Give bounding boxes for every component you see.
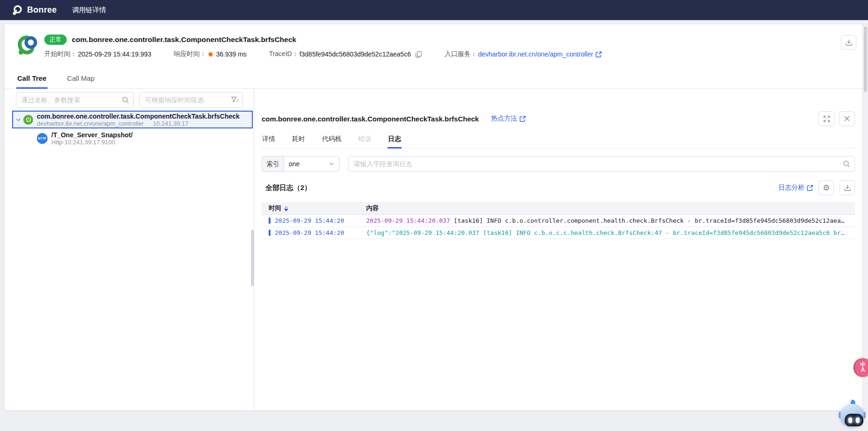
view-tabs: Call Tree Call Map	[5, 69, 862, 89]
tree-scrollbar-thumb[interactable]	[251, 230, 254, 286]
trace-id: TraceID： f3d85fe945dc56803d9de52c12aea5c…	[269, 50, 422, 58]
column-time: 时间	[269, 204, 281, 212]
call-tree-panel: com.bonree.one.controller.task.Component…	[5, 89, 254, 410]
bonree-logo[interactable]: Bonree	[12, 5, 57, 16]
log-row[interactable]: 2025-09-29 15:44:20 {"log":"2025-09-29 1…	[262, 227, 855, 239]
download-logs-button[interactable]	[840, 180, 855, 195]
index-select[interactable]: one	[284, 156, 340, 172]
download-icon	[844, 184, 851, 191]
node-title: com.bonree.one.controller.task.Component…	[37, 113, 240, 120]
copy-icon[interactable]	[415, 51, 422, 58]
log-analysis-link[interactable]: 日志分析	[778, 184, 813, 192]
translate-icon: 中 A	[860, 362, 866, 373]
hot-method-link[interactable]: 热点方法	[491, 114, 526, 123]
span-detail-panel: com.bonree.one.controller.task.Component…	[254, 89, 862, 410]
node-subtitle: Http-10.241.39.17:9100	[51, 139, 132, 146]
fullscreen-button[interactable]	[819, 111, 834, 126]
close-panel-button[interactable]	[839, 111, 855, 126]
entry-service-link[interactable]: devharbor.ibr.net.cn/one/apm_controller	[478, 50, 602, 58]
index-label: 索引	[262, 156, 284, 172]
row-marker	[269, 218, 271, 224]
tab-error: 错误	[358, 131, 372, 148]
tab-logs[interactable]: 日志	[388, 131, 402, 148]
detail-header: com.bonree.one.controller.task.Component…	[262, 111, 855, 126]
filter-icon	[231, 96, 238, 104]
response-time-filter-input[interactable]	[139, 92, 243, 108]
sort-control[interactable]	[284, 205, 288, 212]
tree-node-root[interactable]: com.bonree.one.controller.task.Component…	[12, 111, 253, 128]
tree-node-http[interactable]: HTTP /T_One_Server_Snapshot/ Http-10.241…	[37, 130, 254, 147]
logs-count: 全部日志（2）	[265, 184, 311, 192]
log-row[interactable]: 2025-09-29 15:44:20 2025-09-29 15:44:20.…	[262, 215, 855, 227]
chevron-down-icon	[329, 161, 334, 167]
caret-up-icon	[284, 205, 288, 208]
close-icon	[844, 115, 850, 122]
caret-down-icon	[284, 209, 288, 212]
http-icon: HTTP	[37, 133, 48, 144]
tab-call-map[interactable]: Call Map	[66, 69, 96, 89]
log-content: 2025-09-29 15:44:20.037 [task16] INFO c.…	[366, 217, 855, 224]
response-time: 响应时间： 36.939 ms	[174, 50, 246, 58]
trace-title: com.bonree.one.controller.task.Component…	[72, 35, 296, 44]
column-content: 内容	[366, 204, 855, 212]
download-icon	[845, 39, 853, 46]
trace-detail-page: { "navbar": { "brand": "Bonree", "page_t…	[0, 0, 868, 431]
external-link-icon	[596, 51, 602, 57]
node-subtitle: devharbor.ibr.net.cn/one/apm_controller …	[37, 120, 240, 127]
gear-icon: ⚙	[823, 184, 830, 192]
external-link-icon	[807, 185, 813, 191]
detail-tabs: 详情 耗时 代码栈 错误 日志	[262, 131, 855, 148]
logs-header: 全部日志（2） 日志分析 ⚙	[262, 180, 855, 195]
node-title: /T_One_Server_Snapshot/	[51, 131, 132, 139]
expand-icon	[823, 115, 830, 122]
tree-search-input[interactable]	[16, 92, 134, 108]
top-navbar: Bonree 调用链详情	[0, 0, 868, 20]
ai-assistant-robot-button[interactable]	[839, 400, 866, 429]
bonree-logo-icon	[12, 5, 23, 16]
log-table: 时间 内容 2025-09-29 15:44:20 2025-09-	[262, 202, 855, 239]
trace-header: 正常 com.bonree.one.controller.task.Compon…	[5, 24, 862, 69]
header-main: 正常 com.bonree.one.controller.task.Compon…	[44, 34, 602, 69]
trace-card: 正常 com.bonree.one.controller.task.Compon…	[5, 24, 862, 410]
robot-head-icon	[840, 404, 864, 426]
tab-detail[interactable]: 详情	[262, 131, 276, 148]
nav-item-trace-detail[interactable]: 调用链详情	[72, 6, 106, 14]
log-search-input[interactable]	[348, 156, 855, 172]
response-status-dot	[208, 52, 213, 57]
detail-title: com.bonree.one.controller.task.Component…	[262, 115, 479, 123]
external-link-icon	[520, 116, 526, 122]
tab-code-stack[interactable]: 代码栈	[321, 131, 342, 148]
entry-service: 入口服务： devharbor.ibr.net.cn/one/apm_contr…	[444, 50, 602, 58]
content-split: com.bonree.one.controller.task.Component…	[5, 89, 862, 410]
status-badge: 正常	[44, 35, 67, 45]
log-filter-row: 索引 one	[262, 156, 855, 172]
start-time: 开始时间： 2025-09-29 15:44:19.993	[44, 50, 151, 58]
bonree-gibbon-logo-icon	[16, 34, 38, 56]
log-table-header: 时间 内容	[262, 202, 855, 215]
download-trace-button[interactable]	[841, 35, 856, 49]
brand-name: Bonree	[27, 5, 57, 15]
log-settings-button[interactable]: ⚙	[819, 180, 834, 195]
log-content: {"log":"2025-09-29 15:44:20.037 [task16]…	[366, 229, 855, 236]
page-scrollbar-thumb[interactable]	[864, 27, 867, 92]
tab-duration[interactable]: 耗时	[292, 131, 306, 148]
chevron-down-icon[interactable]	[15, 117, 21, 123]
trace-meta: 开始时间： 2025-09-29 15:44:19.993 响应时间： 36.9…	[44, 50, 602, 58]
search-icon	[843, 160, 850, 168]
tab-call-tree[interactable]: Call Tree	[16, 69, 48, 89]
row-marker	[269, 230, 271, 236]
search-icon	[122, 96, 129, 104]
spring-boot-icon	[23, 115, 33, 125]
call-tree: com.bonree.one.controller.task.Component…	[5, 111, 254, 147]
